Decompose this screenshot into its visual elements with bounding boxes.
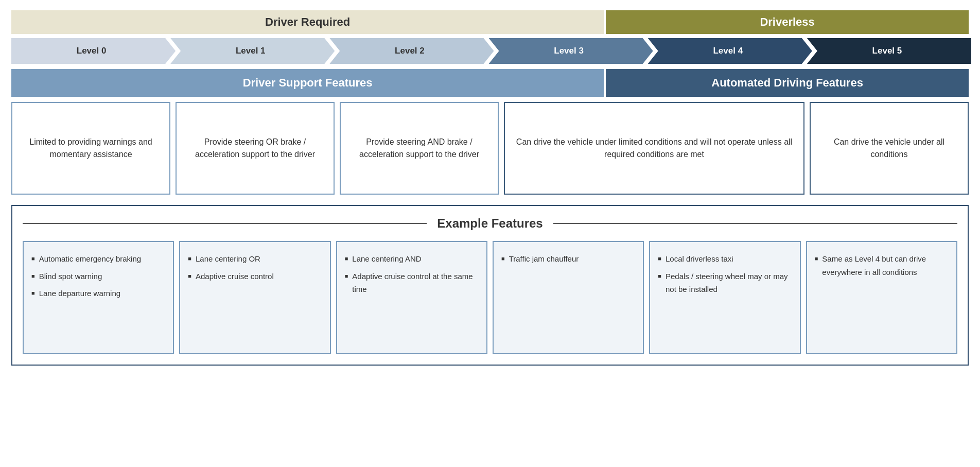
desc-box-level1: Provide steering OR brake / acceleration… [176, 102, 335, 195]
example-item: Adaptive cruise control [188, 270, 322, 283]
description-boxes-row: Limited to providing warnings and moment… [11, 102, 969, 195]
example-boxes-row: Automatic emergency braking Blind spot w… [23, 241, 957, 354]
example-features-title: Example Features [427, 216, 553, 231]
desc-box-level3: Can drive the vehicle under limited cond… [504, 102, 804, 195]
level-5: Level 5 [807, 38, 971, 64]
level-2: Level 2 [329, 38, 494, 64]
example-item: Automatic emergency braking [31, 252, 165, 266]
main-container: Driver Required Driverless Level 0 Level… [11, 10, 969, 366]
example-box-level1: Lane centering OR Adaptive cruise contro… [179, 241, 330, 354]
top-banners: Driver Required Driverless [11, 10, 969, 34]
example-item: Lane departure warning [31, 287, 165, 300]
example-item: Traffic jam chauffeur [501, 252, 635, 266]
example-features-section: Example Features Automatic emergency bra… [11, 205, 969, 366]
desc-box-level0: Limited to providing warnings and moment… [11, 102, 170, 195]
example-item: Same as Level 4 but can drive everywhere… [815, 252, 949, 279]
banner-driverless: Driverless [606, 10, 969, 34]
level-0: Level 0 [11, 38, 176, 64]
level-1: Level 1 [170, 38, 335, 64]
example-box-level2: Lane centering AND Adaptive cruise contr… [336, 241, 487, 354]
example-list-level4: Local driverless taxi Pedals / steering … [658, 252, 792, 296]
example-list-level2: Lane centering AND Adaptive cruise contr… [345, 252, 479, 296]
example-list-level0: Automatic emergency braking Blind spot w… [31, 252, 165, 300]
feature-header-driver-support: Driver Support Features [11, 69, 604, 97]
levels-row: Level 0 Level 1 Level 2 Level 3 Level 4 … [11, 38, 969, 64]
level-3: Level 3 [489, 38, 653, 64]
level-4: Level 4 [648, 38, 812, 64]
example-item: Pedals / steering wheel may or may not b… [658, 270, 792, 296]
example-item: Local driverless taxi [658, 252, 792, 266]
example-box-level3: Traffic jam chauffeur [493, 241, 644, 354]
example-box-level0: Automatic emergency braking Blind spot w… [23, 241, 174, 354]
feature-header-automated-driving: Automated Driving Features [606, 69, 969, 97]
example-box-level5: Same as Level 4 but can drive everywhere… [806, 241, 957, 354]
example-list-level5: Same as Level 4 but can drive everywhere… [815, 252, 949, 279]
features-headers: Driver Support Features Automated Drivin… [11, 69, 969, 97]
example-item: Blind spot warning [31, 270, 165, 283]
example-box-level4: Local driverless taxi Pedals / steering … [649, 241, 800, 354]
example-list-level3: Traffic jam chauffeur [501, 252, 635, 266]
example-item: Lane centering AND [345, 252, 479, 266]
example-item: Adaptive cruise control at the same time [345, 270, 479, 296]
desc-box-level2: Provide steering AND brake / acceleratio… [340, 102, 499, 195]
title-line-left [23, 223, 427, 224]
banner-driver-required: Driver Required [11, 10, 604, 34]
title-line-right [553, 223, 957, 224]
example-item: Lane centering OR [188, 252, 322, 266]
desc-box-level45: Can drive the vehicle under all conditio… [810, 102, 969, 195]
example-list-level1: Lane centering OR Adaptive cruise contro… [188, 252, 322, 283]
example-title-row: Example Features [23, 216, 957, 231]
